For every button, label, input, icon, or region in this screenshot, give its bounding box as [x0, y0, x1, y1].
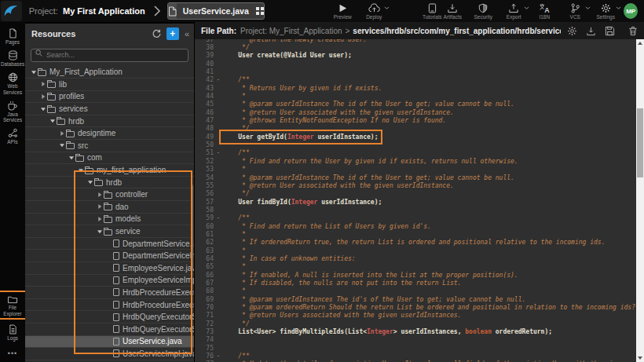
search-input[interactable]: [31, 49, 188, 62]
tree-item[interactable]: My_First_Application: [25, 67, 194, 79]
fold-marker[interactable]: -: [214, 353, 223, 360]
code-line[interactable]: 45 * @param userIdInstance The id of the…: [195, 101, 644, 108]
chevron-expanded-icon[interactable]: [77, 167, 85, 174]
tree-item[interactable]: EmployeeService.java: [25, 262, 194, 275]
tree-item[interactable]: services: [25, 103, 194, 115]
tree-item[interactable]: hrdb: [25, 115, 194, 128]
chevron-collapsed-icon[interactable]: [39, 93, 47, 100]
delete-button[interactable]: [628, 26, 638, 36]
code-line[interactable]: 76- /**: [195, 352, 644, 360]
app-logo[interactable]: [1, 1, 22, 21]
deploy-button[interactable]: Deploy: [364, 2, 384, 20]
tree-item[interactable]: HrdbQueryExecutorServiceImpl.java: [25, 324, 194, 336]
code-line[interactable]: 39 User create(@Valid User user);: [195, 52, 644, 60]
code-line[interactable]: 48 */: [195, 125, 644, 133]
code-line[interactable]: 52 * Find and return the User by given i…: [195, 157, 644, 165]
chevron-expanded-icon[interactable]: [39, 106, 47, 112]
save-button[interactable]: [605, 26, 615, 36]
code-line[interactable]: 51- /**: [195, 149, 644, 157]
artifacts-button[interactable]: Artifacts: [442, 2, 463, 20]
tree-item[interactable]: com: [25, 152, 194, 165]
code-line[interactable]: 69 * @param userIdInstances The id's of …: [195, 295, 644, 303]
settings-button[interactable]: Settings: [595, 2, 616, 20]
avatar[interactable]: MP: [624, 3, 638, 19]
code-line[interactable]: 64 * In case of unknown entities:: [195, 254, 644, 262]
code-line[interactable]: 57 User findById(Integer userIdInstance)…: [195, 198, 644, 206]
code-line[interactable]: 75: [195, 344, 644, 352]
code-line[interactable]: 59- /**: [195, 214, 644, 222]
code-line[interactable]: 40: [195, 60, 644, 68]
tree-item[interactable]: my_first_application: [25, 164, 194, 177]
chevron-collapsed-icon[interactable]: [96, 203, 104, 210]
tree-item[interactable]: lib: [25, 79, 194, 91]
fold-marker[interactable]: -: [214, 214, 223, 221]
chevron-collapsed-icon[interactable]: [58, 130, 66, 137]
fold-marker[interactable]: -: [214, 149, 223, 156]
sidebar-item-logs[interactable]: Logs: [1, 324, 24, 341]
more-options-button[interactable]: •••: [8, 349, 17, 357]
chevron-expanded-icon[interactable]: [30, 69, 38, 75]
refresh-icon[interactable]: [152, 29, 161, 38]
code-line[interactable]: 55 * @return User associated with the gi…: [195, 181, 644, 189]
tree-item[interactable]: DepartmentServiceImpl.java: [25, 250, 194, 262]
scroll-down-arrow-icon[interactable]: [638, 357, 642, 360]
open-file-tab[interactable]: UserService.java: [167, 2, 265, 20]
tree-item[interactable]: HrdbProcedureExecutorService.java: [25, 287, 194, 299]
code-line[interactable]: 38 */: [195, 43, 644, 51]
code-line[interactable]: 60 * Find and return the List of Users b…: [195, 222, 644, 230]
panel-scrollbar-thumb[interactable]: [191, 185, 193, 271]
editor-scrollbar[interactable]: [636, 39, 644, 362]
code-line[interactable]: 61 *: [195, 230, 644, 238]
code-line[interactable]: 58: [195, 206, 644, 214]
sidebar-item-apis[interactable]: APIs: [1, 128, 24, 144]
tree-item[interactable]: controller: [25, 188, 194, 201]
tree-item[interactable]: hrdb: [25, 177, 194, 189]
code-line[interactable]: 47 * @throws EntityNotFoundException If …: [195, 116, 644, 124]
code-settings-button[interactable]: [567, 26, 577, 36]
tree-item[interactable]: models: [25, 214, 194, 226]
tree-item[interactable]: service: [25, 225, 194, 238]
code-line[interactable]: 71 * @return Users associated with the g…: [195, 312, 644, 320]
collapse-panel-icon[interactable]: «: [185, 29, 189, 38]
tree-item[interactable]: UserService.java: [25, 336, 194, 349]
tree-item[interactable]: src: [25, 140, 194, 152]
chevron-collapsed-icon[interactable]: [39, 81, 47, 87]
code-line[interactable]: 41: [195, 68, 644, 75]
code-line[interactable]: 70 * @param orderedReturn Should the ret…: [195, 303, 644, 311]
preview-button[interactable]: Preview: [332, 2, 353, 20]
code-line[interactable]: 68 *: [195, 287, 644, 295]
chevron-expanded-icon[interactable]: [58, 142, 66, 148]
sidebar-item-pages[interactable]: Pages: [1, 28, 24, 45]
code-line[interactable]: 46 * @return User associated with the gi…: [195, 108, 644, 116]
security-button[interactable]: Security: [473, 2, 493, 20]
editor-scrollbar-thumb[interactable]: [637, 108, 643, 177]
sidebar-item-file-explorer[interactable]: File Explorer: [0, 291, 27, 319]
sidebar-item-java-services[interactable]: Java Services: [1, 101, 24, 122]
chevron-collapsed-icon[interactable]: [96, 216, 104, 222]
add-resource-button[interactable]: +: [166, 27, 179, 40]
fold-marker[interactable]: -: [214, 76, 223, 83]
code-line[interactable]: 42- /**: [195, 76, 644, 84]
chevron-expanded-icon[interactable]: [96, 229, 104, 235]
code-line[interactable]: 66 * If enabled, A null is inserted into…: [195, 271, 644, 279]
chevron-expanded-icon[interactable]: [49, 118, 57, 124]
tree-item[interactable]: DepartmentService.java: [25, 238, 194, 250]
export-button[interactable]: Export: [503, 2, 524, 20]
tree-item[interactable]: HrdbProcedureExecutorServiceImpl.java: [25, 299, 194, 312]
code-line[interactable]: 65 *: [195, 263, 644, 271]
tree-item[interactable]: EmployeeServiceImpl.java: [25, 275, 194, 287]
tree-item[interactable]: HrdbQueryExecutorService.java: [25, 311, 194, 324]
i18n-button[interactable]: AI18N: [534, 2, 554, 20]
sidebar-item-databases[interactable]: Databases: [1, 50, 24, 67]
tutorials-button[interactable]: Tutorials: [422, 2, 442, 20]
sidebar-item-web-services[interactable]: Web Services: [1, 72, 24, 94]
code-line[interactable]: 53 *: [195, 166, 644, 174]
code-editor[interactable]: 37 * @return the newly created User.38 *…: [195, 39, 644, 362]
chevron-expanded-icon[interactable]: [86, 179, 94, 185]
grid-icon[interactable]: [255, 6, 265, 16]
chevron-collapsed-icon[interactable]: [96, 192, 104, 198]
tree-item[interactable]: UserServiceImpl.java: [25, 348, 194, 360]
download-button[interactable]: [586, 26, 596, 36]
code-line[interactable]: 56 */: [195, 190, 644, 198]
scroll-up-arrow-icon[interactable]: [638, 42, 642, 45]
